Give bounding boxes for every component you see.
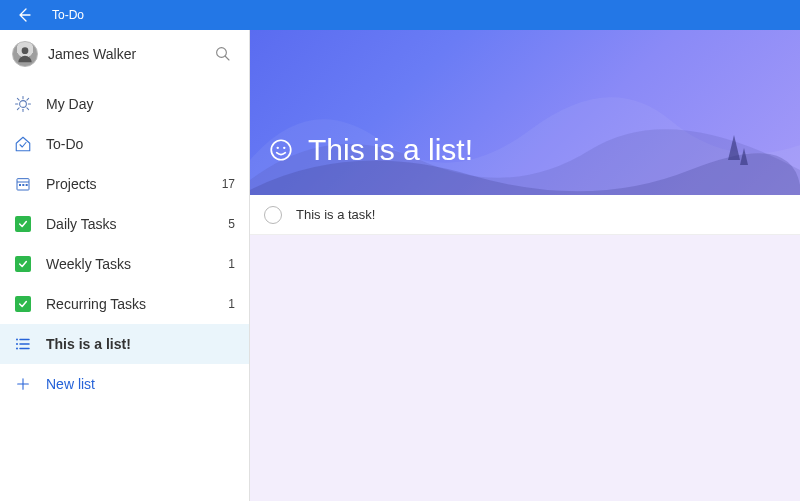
app-body: James Walker My Day To-Do (0, 30, 800, 501)
svg-line-8 (17, 98, 19, 100)
sidebar: James Walker My Day To-Do (0, 30, 250, 501)
svg-rect-16 (26, 184, 28, 186)
sidebar-item-weekly-tasks[interactable]: Weekly Tasks 1 (0, 244, 249, 284)
svg-rect-14 (19, 184, 21, 186)
svg-line-11 (27, 98, 29, 100)
sidebar-item-label: My Day (46, 96, 207, 112)
sidebar-item-daily-tasks[interactable]: Daily Tasks 5 (0, 204, 249, 244)
sidebar-item-recurring-tasks[interactable]: Recurring Tasks 1 (0, 284, 249, 324)
list-nav: My Day To-Do Projects 17 (0, 78, 249, 364)
sidebar-item-count: 5 (221, 217, 235, 231)
svg-line-9 (27, 108, 29, 110)
avatar (12, 41, 38, 67)
new-list-label: New list (46, 376, 95, 392)
smiley-icon[interactable] (268, 137, 294, 163)
svg-line-10 (17, 108, 19, 110)
sidebar-item-count: 17 (221, 177, 235, 191)
list-title-row: This is a list! (250, 133, 473, 195)
svg-point-22 (16, 348, 18, 350)
svg-rect-15 (22, 184, 24, 186)
username: James Walker (48, 46, 199, 62)
sidebar-item-label: To-Do (46, 136, 207, 152)
sidebar-item-label: Daily Tasks (46, 216, 207, 232)
list-title[interactable]: This is a list! (308, 133, 473, 167)
svg-line-2 (225, 56, 229, 60)
app-title: To-Do (52, 8, 84, 22)
sidebar-item-this-is-a-list[interactable]: This is a list! (0, 324, 249, 364)
svg-point-0 (22, 47, 29, 54)
svg-point-25 (271, 140, 291, 160)
titlebar: To-Do (0, 0, 800, 30)
sidebar-item-label: Weekly Tasks (46, 256, 207, 272)
home-check-icon (14, 135, 32, 153)
search-button[interactable] (209, 40, 237, 68)
plus-icon (14, 375, 32, 393)
task-row[interactable]: This is a task! (250, 195, 800, 235)
back-button[interactable] (0, 0, 48, 30)
sidebar-item-count: 1 (221, 297, 235, 311)
svg-point-26 (277, 147, 279, 149)
svg-point-21 (16, 343, 18, 345)
sidebar-item-count: 1 (221, 257, 235, 271)
green-check-icon (14, 215, 32, 233)
task-complete-checkbox[interactable] (264, 206, 282, 224)
calendar-icon (14, 175, 32, 193)
sidebar-item-label: Recurring Tasks (46, 296, 207, 312)
person-icon (15, 44, 35, 64)
profile-row[interactable]: James Walker (0, 30, 249, 78)
green-check-icon (14, 295, 32, 313)
main-pane: This is a list! This is a task! (250, 30, 800, 501)
sun-icon (14, 95, 32, 113)
new-list-button[interactable]: New list (0, 364, 249, 404)
svg-point-20 (16, 339, 18, 341)
green-check-icon (14, 255, 32, 273)
svg-point-27 (283, 147, 285, 149)
sidebar-item-my-day[interactable]: My Day (0, 84, 249, 124)
svg-point-3 (20, 101, 27, 108)
arrow-left-icon (16, 7, 32, 23)
list-header: This is a list! (250, 30, 800, 195)
sidebar-item-label: This is a list! (46, 336, 207, 352)
list-icon (14, 335, 32, 353)
sidebar-item-label: Projects (46, 176, 207, 192)
task-title: This is a task! (296, 207, 375, 222)
sidebar-item-projects[interactable]: Projects 17 (0, 164, 249, 204)
sidebar-item-todo[interactable]: To-Do (0, 124, 249, 164)
search-icon (214, 45, 232, 63)
